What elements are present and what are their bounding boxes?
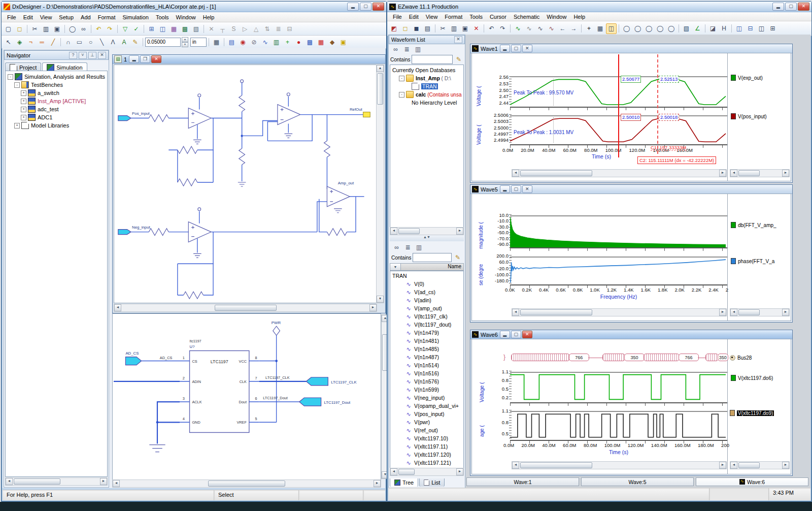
no-sim-icon[interactable]: ⊘	[249, 37, 259, 47]
filter-dropdown[interactable]: ▼	[390, 263, 401, 271]
tab-wave1[interactable]: Wave:1	[466, 477, 579, 486]
rows-icon[interactable]: ⊞	[767, 23, 778, 34]
stop-icon[interactable]: ●	[293, 37, 304, 47]
maximize-button[interactable]: ▢	[511, 331, 521, 338]
new-icon[interactable]: ▢	[3, 23, 14, 34]
find-icon[interactable]: ∞	[390, 44, 401, 55]
gold-icon[interactable]: ▣	[338, 37, 349, 47]
sheet-icon[interactable]: ⊞	[146, 23, 157, 34]
wave5-titlebar[interactable]: ∿ Wave5 ▂▢✕	[470, 185, 792, 194]
paste-wave-icon[interactable]: ∿	[546, 23, 557, 34]
session-icon[interactable]: ◩	[389, 23, 399, 34]
pencil-icon[interactable]: ✎	[453, 253, 462, 262]
red-grid-icon[interactable]: ▦	[316, 37, 326, 47]
minimize-button[interactable]: ▂	[500, 331, 510, 338]
legend-item[interactable]: V(xltc1197.do6)	[731, 375, 773, 381]
waveform-list-header[interactable]: Waveform List ✕	[389, 35, 465, 44]
tree-item-v-0-[interactable]: ∿V(0)	[390, 280, 463, 288]
wave1-h-scrollbar[interactable]: ◄►	[512, 169, 727, 177]
contains-input-signals[interactable]	[413, 253, 452, 262]
minimize-button[interactable]: ▂	[772, 3, 784, 11]
cursor-add-icon[interactable]: +	[584, 23, 594, 34]
maximize-button[interactable]: ▢	[511, 45, 521, 52]
wave1-canvas[interactable]: Voltage ( 2.562.532.502.472.44 Peak To P…	[471, 53, 791, 181]
menu-setup[interactable]: Setup	[55, 14, 77, 21]
tree-item-v-adin-[interactable]: ∿V(adin)	[390, 296, 463, 304]
minimize-button[interactable]: ▂	[500, 45, 510, 52]
tree-item-v-n1n485-[interactable]: ∿V(n1n485)	[390, 345, 463, 353]
navigator-header[interactable]: Navigator ? ˅ ⊥ ✕	[4, 50, 109, 60]
bus-tool-icon[interactable]: ═	[37, 37, 47, 47]
cascade-icon[interactable]: ⊟	[745, 23, 756, 34]
zoom-out-icon[interactable]: ◯	[632, 23, 643, 34]
menu-view[interactable]: View	[422, 13, 442, 20]
link-icon[interactable]: ▥	[414, 242, 424, 253]
polyline-icon[interactable]: Λ	[108, 37, 118, 47]
close-icon[interactable]: ✕	[98, 52, 106, 59]
grid-size-input[interactable]: 0.05000	[145, 38, 181, 47]
line-icon[interactable]: ╲	[96, 37, 107, 47]
net-tool-icon[interactable]: ¬	[25, 37, 36, 47]
name-column-header[interactable]: Name	[401, 263, 464, 271]
tab-list[interactable]: List	[419, 478, 445, 487]
pages-icon[interactable]: ≣	[273, 23, 284, 34]
cut-icon[interactable]: ✂	[29, 23, 40, 34]
compare-icon[interactable]: ⊟	[284, 23, 295, 34]
close-button[interactable]: ✕	[373, 3, 384, 11]
redo-icon[interactable]: ↷	[497, 23, 508, 34]
struct-icon[interactable]: ┬	[217, 23, 228, 34]
legend-item[interactable]: Bus28	[730, 355, 752, 361]
menu-cursor[interactable]: Cursor	[486, 13, 510, 20]
tree-item-testbenches[interactable]: -TestBenches	[6, 81, 107, 89]
chart-icon[interactable]: ▧	[681, 23, 692, 34]
tile-icon[interactable]: ◫	[734, 23, 745, 34]
ezwave-titlebar[interactable]: ∿ EZwave 11.1 Production ▂ ▢ ✕	[387, 2, 811, 12]
minimize-button[interactable]: ▂	[347, 3, 359, 11]
schematic-canvas-bottom[interactable]: LTC1197 ltc1197 U? 1 2 3 4 CS ADIN ACLK …	[112, 313, 381, 480]
expand-icon[interactable]: +	[21, 115, 26, 120]
menu-file[interactable]: File	[389, 13, 405, 20]
grid-icon[interactable]: ▦	[595, 23, 605, 34]
wave1-titlebar[interactable]: ∿ Wave1 ▂▢✕	[470, 44, 792, 53]
import-icon[interactable]: ←	[557, 23, 568, 34]
export-icon[interactable]: ▧	[191, 23, 201, 34]
tree-item-v-pos-input-[interactable]: ∿V(pos_input)	[390, 410, 463, 418]
tree-item-tran[interactable]: TRAN	[390, 82, 463, 90]
paste-icon[interactable]: ▣	[460, 23, 470, 34]
columns-icon[interactable]: ◫	[756, 23, 767, 34]
child-minimize-button[interactable]: ▂	[129, 55, 139, 63]
copy-sim-icon[interactable]: ▥	[271, 37, 282, 47]
add-wave-icon[interactable]: ∿	[513, 23, 523, 34]
up-icon[interactable]: △	[251, 23, 261, 34]
schematic-v-scrollbar[interactable]: ▲▼	[376, 65, 384, 303]
open-icon[interactable]: ◻	[14, 23, 25, 34]
arc-icon[interactable]: ∩	[63, 37, 74, 47]
undo-icon[interactable]: ↶	[486, 23, 497, 34]
legend-h-scrollbar[interactable]: ◄►	[730, 169, 790, 177]
child-restore-button[interactable]: ❐	[140, 55, 150, 63]
zoom-full-icon[interactable]: ◯	[644, 23, 654, 34]
zoom-x-icon[interactable]: ◯	[655, 23, 665, 34]
tree-item-v-xltc1197-120-[interactable]: ∿V(xltc1197.120)	[390, 451, 463, 459]
tree-item-v-ref-out-[interactable]: ∿V(ref_out)	[390, 426, 463, 434]
legend-h-scrollbar[interactable]: ◄►	[730, 308, 790, 316]
matrix-icon[interactable]: ▩	[304, 37, 315, 47]
add-probe-icon[interactable]: +	[282, 37, 293, 47]
rect-icon[interactable]: ▭	[74, 37, 85, 47]
tree-item-a-switch[interactable]: +a_switch	[6, 89, 107, 97]
database-tree-h-scrollbar[interactable]: ◄►	[390, 227, 464, 235]
maximize-button[interactable]: ▢	[511, 185, 521, 193]
contains-input-db[interactable]	[412, 55, 453, 64]
menu-simulation[interactable]: Simulation	[119, 14, 152, 21]
tree-item-v-n1n487-[interactable]: ∿V(n1n487)	[390, 353, 463, 361]
chevron-down-icon[interactable]: ˅	[79, 52, 87, 59]
export-icon[interactable]: →	[568, 23, 579, 34]
menu-file[interactable]: File	[4, 14, 20, 21]
menu-edit[interactable]: Edit	[20, 14, 37, 21]
zoom-in-icon[interactable]: ◯	[621, 23, 632, 34]
measure-icon[interactable]: ∠	[692, 23, 703, 34]
grid-size-stepper[interactable]: ▲▼	[182, 37, 188, 47]
window-icon[interactable]: ◫	[157, 23, 168, 34]
legend-item[interactable]: db(FFT_V_amp_	[731, 222, 776, 228]
check-icon[interactable]: ✓	[131, 23, 142, 34]
